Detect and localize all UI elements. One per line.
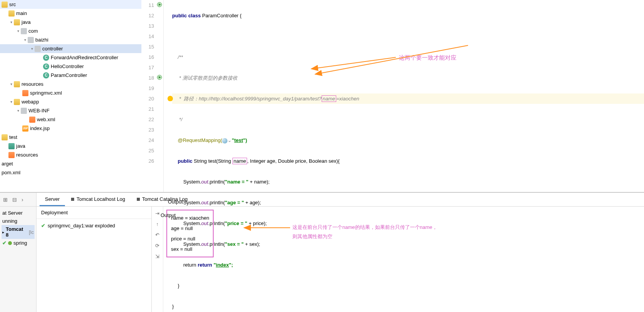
output-line: sex = null bbox=[171, 244, 209, 254]
tree-node-class[interactable]: CParamController bbox=[0, 71, 141, 80]
line-number: 18 bbox=[149, 75, 154, 81]
line-number: 24 bbox=[149, 137, 154, 143]
tree-node-class[interactable]: CForwardAndRedirectController bbox=[0, 53, 141, 62]
line-gutter: 11 12 13 14 15 16 17 18 19 20 21 22 23 2… bbox=[141, 0, 164, 192]
run-config-tomcat[interactable]: ▸Tomcat 8[lc bbox=[2, 225, 35, 239]
deployment-label: springmvc_day1:war exploded bbox=[48, 223, 115, 229]
export-icon[interactable]: ⇲ bbox=[154, 253, 161, 260]
output-line: price = null bbox=[171, 234, 209, 244]
run-status-label: unning bbox=[2, 217, 35, 225]
code-text: , Integer age, Double price, Boolean sex… bbox=[247, 158, 340, 164]
refresh-icon[interactable]: ⟳ bbox=[154, 242, 161, 249]
code-text: test bbox=[234, 137, 243, 143]
line-number: 26 bbox=[149, 158, 154, 164]
code-text: * 测试零散类型的参数接收 bbox=[172, 75, 237, 81]
folder-icon bbox=[21, 108, 27, 114]
tree-label: index.jsp bbox=[30, 125, 50, 131]
tree-node-resources[interactable]: ▾resources bbox=[0, 80, 141, 88]
line-number: 16 bbox=[149, 54, 154, 60]
run-gutter-icon[interactable] bbox=[157, 2, 162, 7]
tab-localhost-log[interactable]: Tomcat Localhost Log bbox=[66, 193, 130, 206]
panel-header: Output bbox=[161, 212, 176, 218]
tree-node-java[interactable]: ▾java bbox=[0, 18, 141, 27]
tree-node-xml[interactable]: springmvc.xml bbox=[0, 88, 141, 97]
back-icon[interactable]: ↶ bbox=[154, 231, 161, 238]
output-toolbar: ⇥ ↑ ↶ ⟳ ⇲ bbox=[152, 207, 163, 312]
tree-label: src bbox=[9, 2, 16, 7]
line-number: 11 bbox=[149, 2, 154, 8]
tree-node-webapp[interactable]: ▾webapp bbox=[0, 97, 141, 106]
tree-node-res2[interactable]: resources bbox=[0, 150, 141, 159]
annotation-arrow bbox=[240, 222, 294, 234]
output-panel: Output name = xiaochen age = null price … bbox=[163, 207, 644, 312]
annotation-text: 这是在前台只传了一个name的结果，如果前台只传了一个name， 则其他属性都为… bbox=[292, 223, 437, 241]
run-gutter-icon[interactable] bbox=[157, 75, 162, 80]
output-line: age = null bbox=[171, 223, 209, 234]
tree-label: java bbox=[22, 19, 31, 25]
tree-node-controller[interactable]: ▾controller bbox=[0, 44, 141, 53]
tree-label: resources bbox=[22, 81, 43, 87]
layout-icon[interactable]: ⊟ bbox=[12, 197, 17, 203]
folder-icon bbox=[8, 143, 15, 149]
code-editor[interactable]: 11 12 13 14 15 16 17 18 19 20 21 22 23 2… bbox=[141, 0, 644, 192]
folder-icon bbox=[8, 152, 15, 158]
tree-node-test[interactable]: test bbox=[0, 133, 141, 142]
run-config-spring[interactable]: ✔spring bbox=[2, 239, 35, 247]
deployment-panel: Deployment ✔springmvc_day1:war exploded bbox=[37, 207, 152, 312]
tree-node-baizhi[interactable]: ▾baizhi bbox=[0, 35, 141, 44]
tree-label: main bbox=[16, 10, 27, 16]
tree-node-xml[interactable]: web.xml bbox=[0, 115, 141, 124]
panel-header: Output bbox=[163, 196, 188, 208]
layout-icon[interactable]: ⊞ bbox=[3, 197, 8, 203]
rerun-icon[interactable]: ⇥ bbox=[154, 210, 161, 217]
line-number: 21 bbox=[149, 106, 154, 112]
code-content[interactable]: public class ParamController { /** * 测试零… bbox=[169, 0, 644, 192]
tree-node-com[interactable]: ▾com bbox=[0, 27, 141, 35]
run-config-label: at Server bbox=[2, 209, 35, 217]
tree-label: resources bbox=[16, 152, 38, 158]
class-icon: C bbox=[43, 72, 49, 78]
globe-icon[interactable] bbox=[222, 138, 227, 143]
folder-icon bbox=[8, 10, 15, 17]
tree-label: web.xml bbox=[37, 117, 55, 122]
line-number: 23 bbox=[149, 127, 154, 133]
tree-label: pom.xml bbox=[2, 170, 20, 175]
line-number: 20 bbox=[149, 96, 154, 102]
folder-icon bbox=[14, 99, 20, 105]
tree-node-target[interactable]: arget bbox=[0, 159, 141, 168]
check-icon: ✔ bbox=[2, 240, 7, 246]
tree-node-jsp[interactable]: JSPindex.jsp bbox=[0, 124, 141, 133]
folder-icon bbox=[2, 2, 8, 8]
panel-header: Deployment bbox=[37, 207, 151, 219]
box-highlight: name bbox=[322, 95, 337, 102]
box-highlight: name bbox=[232, 158, 247, 164]
tree-node-src[interactable]: src bbox=[0, 0, 141, 9]
tree-label: java bbox=[16, 143, 25, 149]
xml-icon bbox=[22, 90, 28, 96]
tree-label: baizhi bbox=[35, 37, 48, 43]
folder-icon bbox=[28, 37, 34, 43]
folder-icon bbox=[14, 19, 20, 25]
tree-node-java2[interactable]: java bbox=[0, 142, 141, 150]
lightbulb-icon[interactable] bbox=[168, 96, 173, 101]
chevron-down-icon: ▾ bbox=[15, 29, 21, 33]
annotation-text: 这两个要一致才能对应 bbox=[399, 52, 456, 63]
xml-icon bbox=[29, 117, 35, 123]
chevron-right-icon[interactable]: › bbox=[22, 197, 23, 203]
tree-node-class[interactable]: CHelloController bbox=[0, 62, 141, 71]
tree-node-webinf[interactable]: ▾WEB-INF bbox=[0, 106, 141, 115]
log-icon bbox=[71, 198, 74, 201]
up-icon[interactable]: ↑ bbox=[154, 220, 161, 227]
tree-node-pom[interactable]: pom.xml bbox=[0, 168, 141, 177]
deployment-item[interactable]: ✔springmvc_day1:war exploded bbox=[40, 222, 148, 229]
line-number: 15 bbox=[149, 44, 154, 50]
spring-icon bbox=[8, 241, 12, 245]
tree-node-main[interactable]: main bbox=[0, 9, 141, 18]
chevron-down-icon: ▾ bbox=[29, 47, 35, 51]
line-number: 25 bbox=[149, 148, 154, 153]
folder-icon bbox=[14, 81, 20, 87]
class-icon: C bbox=[43, 63, 49, 70]
tree-label: controller bbox=[42, 46, 63, 52]
project-tree[interactable]: src main ▾java ▾com ▾baizhi ▾controller … bbox=[0, 0, 141, 192]
tab-server[interactable]: Server bbox=[40, 193, 65, 206]
